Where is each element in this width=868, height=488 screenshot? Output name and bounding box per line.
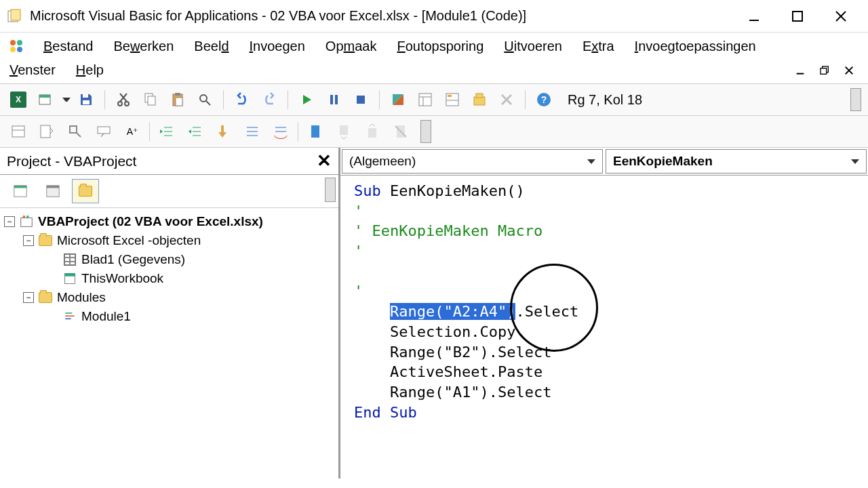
mdi-minimize-button[interactable]: [792, 62, 808, 79]
menu-bewerken[interactable]: Bewerken: [109, 36, 178, 57]
menu-opmaak[interactable]: Opmaak: [321, 36, 381, 57]
svg-point-8: [10, 47, 16, 52]
next-bookmark-button[interactable]: [332, 120, 355, 143]
tree-module1[interactable]: Module1: [81, 309, 131, 324]
code-editor[interactable]: Sub EenKopieMaken() ' ' EenKopieMaken Ma…: [340, 176, 868, 479]
run-button[interactable]: [295, 88, 318, 111]
tree-root[interactable]: VBAProject (02 VBA voor Excel.xlsx): [38, 214, 263, 229]
svg-point-9: [17, 47, 22, 52]
tree-toggle[interactable]: −: [23, 292, 34, 303]
svg-rect-1: [11, 9, 20, 20]
mdi-close-button[interactable]: [841, 62, 857, 79]
maximize-button[interactable]: [784, 3, 811, 30]
svg-rect-76: [65, 274, 75, 277]
svg-rect-42: [474, 97, 485, 105]
tree-toggle[interactable]: −: [23, 235, 34, 246]
tree-toggle[interactable]: −: [4, 216, 15, 227]
complete-word-button[interactable]: A⁺: [121, 120, 144, 143]
comment-block-button[interactable]: [241, 120, 264, 143]
object-dropdown-value: (Algemeen): [349, 154, 416, 169]
menu-extra[interactable]: Extra: [578, 36, 618, 57]
quick-info-button[interactable]: [64, 120, 87, 143]
menu-foutopsporing[interactable]: Foutopsporing: [393, 36, 488, 57]
menu-venster[interactable]: Venster: [5, 60, 60, 81]
menu-invoegtoepassingen[interactable]: Invoegtoepassingen: [631, 36, 760, 57]
svg-point-20: [125, 102, 129, 106]
tree-workbook[interactable]: ThisWorkbook: [81, 271, 163, 286]
indent-button[interactable]: [155, 120, 178, 143]
worksheet-icon: [62, 252, 77, 267]
pause-button[interactable]: [322, 88, 345, 111]
menu-bestand[interactable]: Bestand: [39, 36, 97, 57]
project-close-button[interactable]: ✕: [317, 150, 332, 171]
menu-uitvoeren[interactable]: Uitvoeren: [500, 36, 566, 57]
view-excel-button[interactable]: X: [7, 88, 30, 111]
object-browser-button[interactable]: [468, 88, 491, 111]
view-object-button[interactable]: [39, 179, 66, 203]
toggle-folders-button[interactable]: [72, 179, 99, 203]
module-icon: [62, 309, 77, 324]
insert-button[interactable]: [34, 88, 57, 111]
cut-button[interactable]: [112, 88, 135, 111]
toolbox-button[interactable]: [495, 88, 518, 111]
project-toolbar-scroll-icon[interactable]: [325, 178, 336, 202]
svg-rect-63: [311, 125, 319, 138]
paste-button[interactable]: [166, 88, 189, 111]
stop-button[interactable]: [349, 88, 372, 111]
svg-marker-30: [303, 95, 311, 104]
undo-button[interactable]: [231, 88, 254, 111]
svg-rect-27: [176, 98, 182, 106]
insert-dropdown-icon[interactable]: [62, 98, 71, 102]
svg-line-29: [206, 101, 210, 105]
standard-toolbar: X ? Rg 7, Kol 18: [0, 83, 868, 116]
title-bar: Microsoft Visual Basic for Applications …: [0, 0, 868, 33]
toggle-bookmark-button[interactable]: [304, 120, 327, 143]
menu-beeld[interactable]: Beeld: [190, 36, 233, 57]
project-tree: − VBAProject (02 VBA voor Excel.xlsx) − …: [0, 208, 338, 479]
find-button[interactable]: [193, 88, 216, 111]
tree-excel-objects[interactable]: Microsoft Excel -objecten: [57, 233, 201, 248]
list-properties-button[interactable]: [7, 120, 30, 143]
project-explorer: Project - VBAProject ✕ − VBAProject (02 …: [0, 148, 339, 479]
svg-rect-50: [41, 125, 50, 138]
tree-sheet1[interactable]: Blad1 (Gegevens): [81, 252, 185, 267]
svg-rect-40: [448, 95, 452, 97]
svg-point-7: [17, 40, 22, 45]
vbaproject-icon: [19, 214, 34, 229]
clear-bookmarks-button[interactable]: [389, 120, 412, 143]
procedure-dropdown-value: EenKopieMaken: [613, 154, 713, 169]
minimize-button[interactable]: [741, 3, 768, 30]
copy-button[interactable]: [139, 88, 162, 111]
svg-point-6: [10, 40, 16, 45]
menu-help[interactable]: Help: [72, 60, 108, 81]
design-mode-button[interactable]: [387, 88, 410, 111]
mdi-restore-button[interactable]: [816, 62, 833, 79]
code-pane: (Algemeen) EenKopieMaken Sub EenKopieMak…: [339, 148, 868, 479]
app-icon: [5, 7, 24, 26]
properties-button[interactable]: [441, 88, 464, 111]
svg-point-74: [26, 216, 29, 218]
edit-toolbar: A⁺: [0, 116, 868, 148]
object-dropdown[interactable]: (Algemeen): [342, 149, 603, 174]
view-code-button[interactable]: [7, 179, 34, 203]
close-button[interactable]: [827, 3, 854, 30]
svg-point-28: [200, 95, 207, 102]
breakpoint-button[interactable]: [212, 120, 235, 143]
project-explorer-button[interactable]: [414, 88, 437, 111]
parameter-info-button[interactable]: [92, 120, 115, 143]
folder-icon: [38, 290, 53, 305]
help-button[interactable]: ?: [532, 88, 555, 111]
toolbar-overflow-icon[interactable]: [850, 88, 861, 111]
toolbar2-overflow-icon[interactable]: [420, 120, 431, 143]
svg-rect-26: [175, 93, 180, 96]
list-constants-button[interactable]: [35, 120, 58, 143]
prev-bookmark-button[interactable]: [361, 120, 384, 143]
svg-rect-24: [148, 96, 155, 105]
uncomment-block-button[interactable]: [269, 120, 292, 143]
tree-modules[interactable]: Modules: [57, 290, 106, 305]
redo-button[interactable]: [258, 88, 281, 111]
save-button[interactable]: [75, 88, 98, 111]
outdent-button[interactable]: [184, 120, 207, 143]
procedure-dropdown[interactable]: EenKopieMaken: [606, 149, 867, 174]
menu-invoegen[interactable]: Invoegen: [245, 36, 309, 57]
